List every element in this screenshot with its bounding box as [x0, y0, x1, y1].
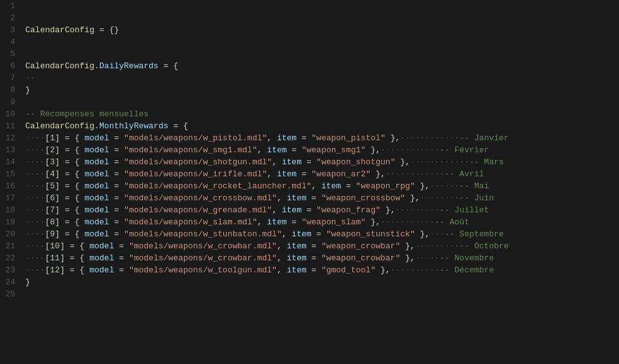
token-punct: ] = { — [55, 157, 85, 167]
token-dots: ···· — [25, 145, 45, 155]
token-equals: = — [287, 217, 302, 227]
token-punct: }, — [415, 181, 429, 191]
token-dots: ··· — [430, 229, 444, 239]
token-punct: }, — [381, 205, 395, 215]
token-string: "models/weapons/w_crowbar.mdl" — [129, 253, 277, 263]
token-equals: = — [109, 229, 124, 239]
token-punct: [ — [45, 145, 50, 155]
token-equals: = — [114, 241, 128, 251]
token-dots: ····· — [415, 253, 439, 263]
token-equals: = — [297, 133, 311, 143]
token-equals: = — [114, 265, 128, 275]
token-dots: ············ — [410, 157, 470, 167]
code-line: CalendarConfig.DailyRewards = { — [25, 60, 619, 72]
token-string: "models/weapons/w_stunbaton.mdl" — [124, 229, 282, 239]
token-comment: -- Mars — [469, 157, 504, 167]
token-dots: ······ — [430, 181, 460, 191]
token-equals: = — [307, 253, 321, 263]
token-equals: = — [109, 205, 124, 215]
token-string: "models/weapons/w_pistol.mdl" — [124, 133, 267, 143]
token-dots: ········· — [415, 241, 459, 251]
token-string: "weapon_crowbar" — [321, 253, 400, 263]
token-number: 9 — [50, 229, 55, 239]
code-line: ····[8] = { model = "models/weapons/w_sl… — [25, 216, 619, 228]
token-punct: , — [277, 193, 287, 203]
token-dots: ···· — [25, 241, 45, 251]
token-punct: ] = { — [60, 253, 90, 263]
code-line — [25, 48, 619, 60]
code-line: ····[4] = { model = "models/weapons/w_ir… — [25, 168, 619, 180]
token-property: item — [321, 181, 341, 191]
code-line: ····[7] = { model = "models/weapons/w_gr… — [25, 204, 619, 216]
token-string: "models/weapons/w_slam.mdl" — [124, 217, 257, 227]
token-punct: { — [183, 121, 188, 131]
token-number: 5 — [50, 181, 55, 191]
token-punct: [ — [45, 193, 50, 203]
token-punct: , — [272, 205, 282, 215]
token-property: model — [85, 229, 109, 239]
token-punct: }, — [371, 169, 385, 179]
line-number: 23 — [5, 264, 15, 276]
token-equals: = — [287, 145, 302, 155]
token-punct: ] = { — [55, 145, 85, 155]
token-punct: [ — [45, 217, 50, 227]
token-punct: }, — [365, 217, 380, 227]
code-line — [25, 36, 619, 48]
token-equals: = — [109, 157, 124, 167]
token-equals: = — [159, 61, 173, 71]
token-equals: = — [341, 181, 355, 191]
token-punct: }, — [365, 145, 380, 155]
token-varname: CalendarConfig — [25, 61, 94, 71]
token-string: "models/weapons/w_crossbow.mdl" — [124, 193, 277, 203]
token-punct: }, — [415, 229, 429, 239]
token-string: "weapon_ar2" — [312, 169, 371, 179]
code-line — [25, 0, 619, 12]
token-string: "models/weapons/w_irifle.mdl" — [124, 169, 267, 179]
code-line: ····[6] = { model = "models/weapons/w_cr… — [25, 192, 619, 204]
token-property: item — [287, 241, 307, 251]
code-line: CalendarConfig = {} — [25, 24, 619, 36]
token-string: "weapon_shotgun" — [316, 157, 395, 167]
token-punct: , — [257, 217, 267, 227]
code-editor: 1234567891011121314151617181920212223242… — [0, 0, 619, 364]
token-string: "weapon_rpg" — [356, 181, 415, 191]
token-string: "weapon_smg1" — [302, 145, 365, 155]
token-property: model — [89, 241, 114, 251]
token-dots: ············ — [386, 169, 445, 179]
token-dots: ··········· — [381, 217, 435, 227]
line-number: 9 — [5, 96, 15, 108]
token-dots: ···· — [25, 217, 45, 227]
line-number: 21 — [5, 240, 15, 252]
token-punct: , — [267, 133, 277, 143]
code-line: } — [25, 276, 619, 288]
token-equals: = — [297, 169, 311, 179]
line-number: 18 — [5, 204, 15, 216]
token-punct: ] = { — [55, 229, 85, 239]
token-comment: -- Août — [435, 217, 470, 227]
token-number: 10 — [50, 241, 60, 251]
token-property: model — [85, 145, 109, 155]
token-property: model — [85, 181, 109, 191]
token-punct: . — [94, 61, 99, 71]
token-dots: ···· — [25, 253, 45, 263]
token-punct: } — [25, 85, 30, 95]
line-number: 5 — [5, 48, 15, 60]
token-punct: [ — [45, 181, 50, 191]
token-comment: -- Février — [439, 145, 489, 155]
token-equals: = — [307, 265, 321, 275]
token-property: item — [287, 193, 307, 203]
token-comment: -- Juin — [460, 193, 494, 203]
line-number: 16 — [5, 180, 15, 192]
token-varname: CalendarConfig — [25, 25, 94, 35]
token-dots: ···· — [25, 181, 45, 191]
token-punct: , — [277, 253, 287, 263]
token-punct: }, — [386, 133, 400, 143]
token-comment: -- Décembre — [439, 265, 494, 275]
code-line: ····[10] = { model = "models/weapons/w_c… — [25, 240, 619, 252]
line-number: 1 — [5, 0, 15, 12]
token-number: 2 — [50, 145, 55, 155]
token-number: 4 — [50, 169, 55, 179]
token-dots: ···· — [25, 157, 45, 167]
token-property: model — [85, 157, 109, 167]
line-number: 24 — [5, 276, 15, 288]
